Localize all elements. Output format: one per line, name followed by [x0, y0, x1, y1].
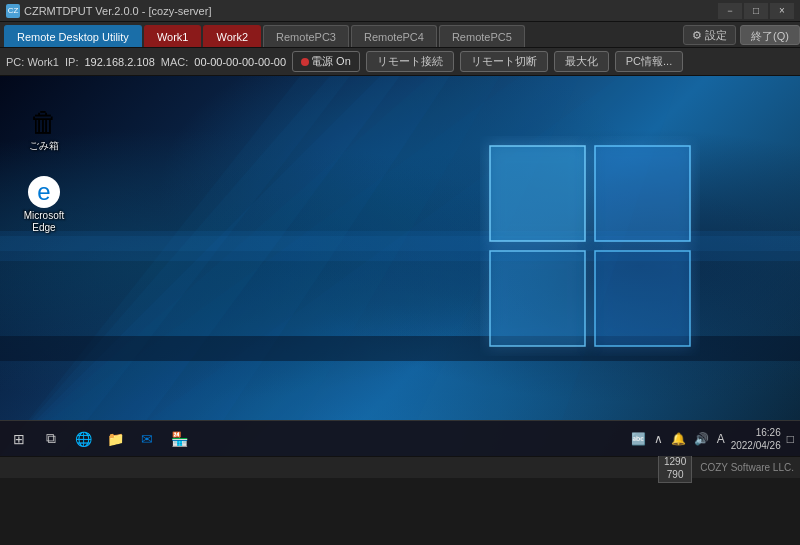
svg-marker-12	[490, 251, 585, 346]
folder-taskbar-button[interactable]: 📁	[100, 424, 130, 454]
svg-marker-15	[595, 146, 690, 241]
edge-taskbar-button[interactable]: 🌐	[68, 424, 98, 454]
tab-remotepc4[interactable]: RemotePC4	[351, 25, 437, 47]
tab-remote-desktop-utility[interactable]: Remote Desktop Utility	[4, 25, 142, 47]
tab-bar: Remote Desktop Utility Work1 Work2 Remot…	[0, 22, 800, 48]
minimize-button[interactable]: －	[718, 3, 742, 19]
pc-info-button[interactable]: PC情報...	[615, 51, 683, 72]
ip-label: IP:	[65, 56, 78, 68]
tab-work2[interactable]: Work2	[203, 25, 261, 47]
title-bar-left: CZ CZRMTDPUT Ver.2.0.0 - [cozy-server]	[6, 4, 211, 18]
tab-remotepc5[interactable]: RemotePC5	[439, 25, 525, 47]
svg-marker-13	[595, 251, 690, 346]
bottom-bar: 1290 790 COZY Software LLC.	[0, 456, 800, 478]
desktop: 🗑 ごみ箱 e Microsoft Edge ⊞ ⧉ 🌐 📁 ✉ 🏪 🔤 ∧ 🔔…	[0, 76, 800, 456]
notification-icon[interactable]: 🔔	[669, 430, 688, 448]
info-bar: PC: Work1 IP: 192.168.2.108 MAC: 00-00-0…	[0, 48, 800, 76]
resolution-badge: 1290 790	[658, 453, 692, 483]
title-bar-text: CZRMTDPUT Ver.2.0.0 - [cozy-server]	[24, 5, 211, 17]
remote-connect-button[interactable]: リモート接続	[366, 51, 454, 72]
chevron-up-icon[interactable]: ∧	[652, 430, 665, 448]
remote-disconnect-button[interactable]: リモート切断	[460, 51, 548, 72]
ime-icon[interactable]: A	[715, 430, 727, 448]
app-icon: CZ	[6, 4, 20, 18]
ip-value: 192.168.2.108	[84, 56, 154, 68]
volume-icon[interactable]: 🔊	[692, 430, 711, 448]
desktop-icon-trash[interactable]: 🗑 ごみ箱	[14, 106, 74, 152]
clock-date: 2022/04/26	[731, 439, 781, 452]
resolution-height: 790	[667, 468, 684, 481]
taskview-button[interactable]: ⧉	[36, 424, 66, 454]
store-taskbar-button[interactable]: 🏪	[164, 424, 194, 454]
trash-icon: 🗑	[28, 106, 60, 138]
power-indicator	[301, 58, 309, 66]
clock-time: 16:26	[731, 426, 781, 439]
title-bar: CZ CZRMTDPUT Ver.2.0.0 - [cozy-server] －…	[0, 0, 800, 22]
copyright-text: COZY Software LLC.	[700, 462, 794, 473]
keyboard-icon[interactable]: 🔤	[629, 430, 648, 448]
tab-remotepc3[interactable]: RemotePC3	[263, 25, 349, 47]
start-button[interactable]: ⊞	[4, 424, 34, 454]
power-label: 電源 On	[311, 54, 351, 69]
close-button[interactable]: ×	[770, 3, 794, 19]
windows-logo	[480, 136, 680, 336]
maximize-button[interactable]: □	[744, 3, 768, 19]
taskbar: ⊞ ⧉ 🌐 📁 ✉ 🏪 🔤 ∧ 🔔 🔊 A 16:26 2022/04/26 □	[0, 420, 800, 456]
trash-label: ごみ箱	[29, 140, 59, 152]
edge-icon: e	[28, 176, 60, 208]
mail-taskbar-button[interactable]: ✉	[132, 424, 162, 454]
mac-label: MAC:	[161, 56, 189, 68]
clock[interactable]: 16:26 2022/04/26	[731, 426, 781, 452]
desktop-icon-edge[interactable]: e Microsoft Edge	[14, 176, 74, 234]
notification-center-icon[interactable]: □	[785, 430, 796, 448]
edge-label: Microsoft Edge	[14, 210, 74, 234]
settings-button[interactable]: ⚙ 設定	[683, 25, 736, 45]
pc-label: PC: Work1	[6, 56, 59, 68]
svg-marker-14	[490, 146, 585, 241]
maximize-button[interactable]: 最大化	[554, 51, 609, 72]
power-button[interactable]: 電源 On	[292, 51, 360, 72]
end-button[interactable]: 終了(Q)	[740, 25, 800, 45]
mac-value: 00-00-00-00-00-00	[194, 56, 286, 68]
taskbar-right: 🔤 ∧ 🔔 🔊 A 16:26 2022/04/26 □	[629, 426, 796, 452]
tab-work1[interactable]: Work1	[144, 25, 202, 47]
resolution-width: 1290	[664, 455, 686, 468]
title-bar-controls: － □ ×	[718, 3, 794, 19]
